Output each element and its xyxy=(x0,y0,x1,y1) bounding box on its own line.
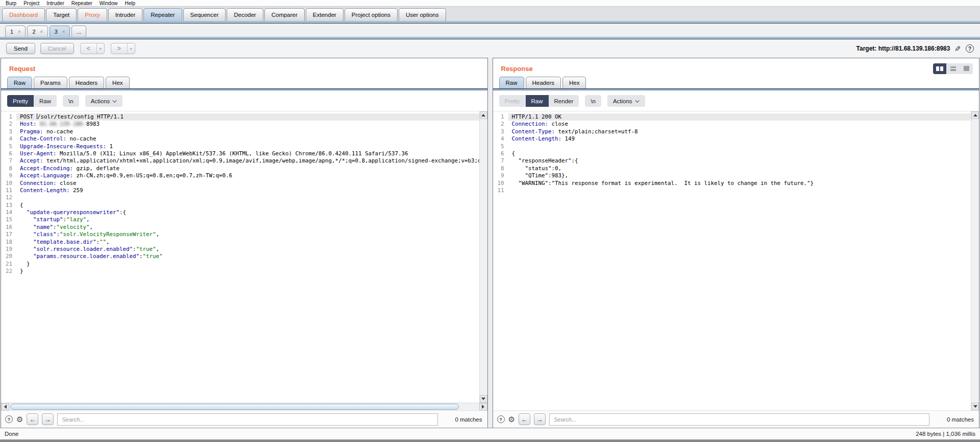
request-horizontal-scrollbar[interactable] xyxy=(1,403,487,410)
line-number: 10 xyxy=(493,180,508,187)
columns-view-button[interactable] xyxy=(933,63,946,74)
edit-target-icon[interactable]: ✎ xyxy=(954,45,961,53)
main-tab-proxy[interactable]: Proxy xyxy=(78,8,107,21)
window-bottom-edge xyxy=(0,440,980,442)
request-toggle-pretty[interactable]: Pretty xyxy=(7,95,34,107)
syntax-name: "solr.resource.loader.enabled" xyxy=(33,246,133,252)
response-tab-hex[interactable]: Hex xyxy=(562,77,586,88)
request-search-input[interactable] xyxy=(57,413,437,426)
search-next-button[interactable]: → xyxy=(534,413,546,425)
scroll-up-icon[interactable] xyxy=(971,111,979,119)
search-previous-button[interactable]: ← xyxy=(27,413,38,425)
main-tab-target[interactable]: Target xyxy=(46,8,77,21)
request-tab-params[interactable]: Params xyxy=(34,77,67,88)
syntax-plain: 259 xyxy=(70,187,83,194)
line-content: } xyxy=(16,268,479,275)
request-editor[interactable]: 1POST /solr/test/config HTTP/1.12Host: 8… xyxy=(1,111,479,403)
main-tab-comparer[interactable]: Comparer xyxy=(264,8,305,21)
close-tab-icon[interactable]: × xyxy=(62,29,65,34)
rows-view-button[interactable] xyxy=(946,63,960,74)
response-line: 4Content-Length: 149 xyxy=(493,135,971,143)
search-previous-button[interactable]: ← xyxy=(519,413,530,425)
request-line: 3Pragma: no-cache xyxy=(1,128,479,135)
repeater-tab-1[interactable]: 1× xyxy=(5,26,26,37)
previous-request-button[interactable]: < ▼ xyxy=(80,43,105,54)
search-next-button[interactable]: → xyxy=(42,413,54,425)
burp-suite-window: BurpProjectIntruderRepeaterWindowHelp Da… xyxy=(0,0,980,442)
close-tab-icon[interactable]: × xyxy=(18,29,20,34)
request-line: 12 xyxy=(1,194,479,201)
syntax-plain: no-cache xyxy=(43,128,74,135)
menu-item-intruder[interactable]: Intruder xyxy=(43,1,67,6)
scroll-left-icon[interactable] xyxy=(1,403,9,410)
menu-item-window[interactable]: Window xyxy=(96,1,121,6)
response-vertical-scrollbar[interactable] xyxy=(971,111,979,410)
response-actions-button[interactable]: Actions xyxy=(607,95,645,107)
main-tab-decoder[interactable]: Decoder xyxy=(227,8,263,21)
line-number: 20 xyxy=(1,253,16,260)
next-dropdown-icon[interactable]: ▼ xyxy=(127,43,135,54)
repeater-tab-3[interactable]: 3× xyxy=(50,26,70,37)
scroll-right-icon[interactable] xyxy=(479,403,487,410)
response-line: 11 xyxy=(493,187,971,194)
request-tab-raw[interactable]: Raw xyxy=(7,77,32,88)
syntax-plain: text/html,application/xhtml+xml,applicat… xyxy=(43,157,479,164)
search-settings-icon[interactable]: ⚙ xyxy=(16,415,23,423)
main-tab-project-options[interactable]: Project options xyxy=(345,8,398,21)
menu-item-help[interactable]: Help xyxy=(121,1,139,6)
request-line: 18 "template.base.dir":"", xyxy=(1,239,479,246)
main-tab-dashboard[interactable]: Dashboard xyxy=(2,8,45,21)
line-number: 1 xyxy=(1,113,16,121)
response-line: 6{ xyxy=(493,150,971,157)
scroll-down-icon[interactable] xyxy=(971,403,979,410)
next-request-button[interactable]: > ▼ xyxy=(111,43,135,54)
syntax-name: Pragma: xyxy=(20,128,43,135)
main-tab-repeater[interactable]: Repeater xyxy=(143,8,182,21)
previous-dropdown-icon[interactable]: ▼ xyxy=(96,43,104,54)
syntax-plain: { xyxy=(512,150,516,157)
close-tab-icon[interactable]: × xyxy=(40,29,43,34)
response-tab-raw[interactable]: Raw xyxy=(499,77,524,88)
menu-item-project[interactable]: Project xyxy=(20,1,43,6)
response-toggle-render[interactable]: Render xyxy=(549,95,579,107)
response-editor[interactable]: 1HTTP/1.1 200 OK2Connection: close3Conte… xyxy=(493,111,971,410)
request-vertical-scrollbar[interactable] xyxy=(479,111,487,403)
scroll-up-icon[interactable] xyxy=(480,111,487,119)
search-help-icon[interactable]: ? xyxy=(5,415,13,423)
request-actions-button[interactable]: Actions xyxy=(85,95,123,107)
response-search-input[interactable] xyxy=(549,413,929,426)
response-newline-toggle[interactable]: \n xyxy=(585,95,601,107)
scrollbar-thumb[interactable] xyxy=(10,404,459,410)
send-button[interactable]: Send xyxy=(6,43,35,54)
main-tab-intruder[interactable]: Intruder xyxy=(108,8,143,21)
help-icon[interactable]: ? xyxy=(966,44,974,53)
search-help-icon[interactable]: ? xyxy=(497,415,505,423)
line-content: Host: 81.68.139.186:8983 xyxy=(16,121,479,128)
cancel-button[interactable]: Cancel xyxy=(40,43,74,54)
response-toggle-pretty[interactable]: Pretty xyxy=(499,95,526,107)
syntax-plain: , xyxy=(106,239,110,245)
request-tab-headers[interactable]: Headers xyxy=(69,77,104,88)
repeater-tab-2[interactable]: 2× xyxy=(27,26,47,37)
request-toggle-raw[interactable]: Raw xyxy=(34,95,57,107)
line-number: 5 xyxy=(1,143,16,150)
response-tab-headers[interactable]: Headers xyxy=(526,77,561,88)
request-line: 10Connection: close xyxy=(1,180,479,187)
scroll-down-icon[interactable] xyxy=(480,395,487,403)
response-line: 2Connection: close xyxy=(493,121,971,128)
search-settings-icon[interactable]: ⚙ xyxy=(508,415,515,423)
request-line: 11Content-Length: 259 xyxy=(1,187,479,194)
main-tab-user-options[interactable]: User options xyxy=(399,8,446,21)
request-tab-hex[interactable]: Hex xyxy=(106,77,129,88)
line-content: "template.base.dir":"", xyxy=(16,239,479,246)
line-number: 10 xyxy=(1,180,16,187)
single-view-button[interactable] xyxy=(960,63,973,74)
syntax-string: "lazy" xyxy=(66,216,86,223)
menu-item-repeater[interactable]: Repeater xyxy=(68,1,96,6)
menu-item-burp[interactable]: Burp xyxy=(2,1,20,6)
main-tab-extender[interactable]: Extender xyxy=(306,8,344,21)
main-tab-sequencer[interactable]: Sequencer xyxy=(183,8,226,21)
repeater-tab-[interactable]: ... xyxy=(71,26,86,37)
response-toggle-raw[interactable]: Raw xyxy=(526,95,549,107)
request-newline-toggle[interactable]: \n xyxy=(63,95,79,107)
